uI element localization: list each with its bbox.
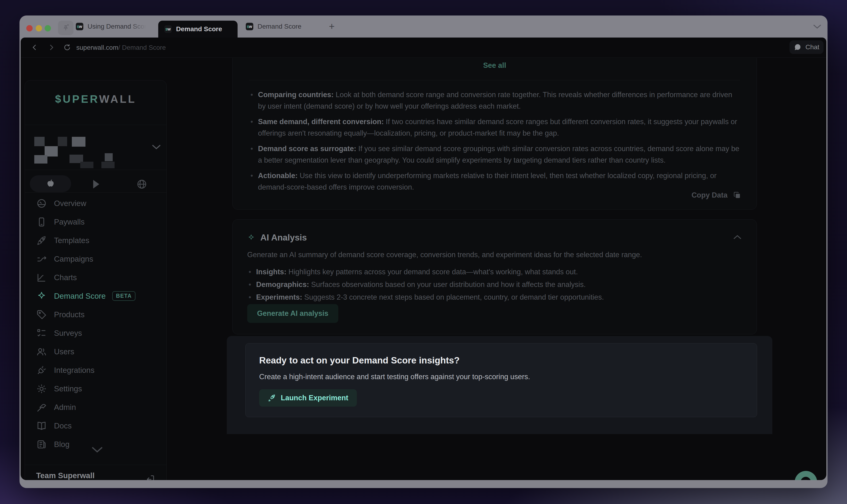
sidebar-item-products[interactable]: Products [25,305,166,324]
list-item: Actionable: Use this view to identify un… [249,170,740,193]
workspace-chevron-down-icon[interactable] [151,143,161,150]
list-item: Demographics: Surfaces observations base… [247,279,742,290]
sidebar-scroll-chevron-down-icon[interactable] [91,446,104,453]
collapse-chevron-up-icon[interactable] [733,234,742,240]
insights-bullet-list: Comparing countries: Look at both demand… [249,89,740,197]
sidebar-item-label: Docs [54,421,72,430]
tag-icon [36,309,47,320]
back-button[interactable] [31,43,39,52]
sidebar-item-admin[interactable]: Admin [25,398,166,416]
sidebar-item-label: Paywalls [54,217,85,227]
url-domain: superwall.com [76,44,118,51]
sidebar-nav: Overview Paywalls [25,194,166,453]
new-tab-button[interactable]: + [329,16,335,38]
chat-button[interactable]: Chat [790,40,824,54]
sidebar-item-integrations[interactable]: Integrations [25,361,166,379]
gear-icon [36,383,47,394]
sidebar-item-label: Surveys [54,329,82,338]
sidebar-item-users[interactable]: Users [25,342,166,361]
book-icon [36,420,47,431]
superwall-logo: $UPERWALL [25,93,166,105]
sidebar-item-label: Templates [54,236,89,245]
chat-bubble-icon [799,475,813,480]
phone-icon [36,217,47,227]
copy-data-button[interactable]: Copy Data [692,191,741,199]
sidebar-item-label: Settings [54,384,82,393]
hammer-icon [36,402,47,413]
users-icon [36,346,47,357]
launch-experiment-button[interactable]: Launch Experiment [259,389,357,407]
tab-title-fade [130,23,146,30]
plug-icon [36,365,47,376]
generate-ai-analysis-button[interactable]: Generate AI analysis [247,304,338,323]
sidebar-item-docs[interactable]: Docs [25,416,166,435]
sidebar-item-settings[interactable]: Settings [25,379,166,398]
platform-tab-android[interactable] [91,179,101,190]
ai-analysis-header: AI Analysis [247,233,742,242]
logout-icon[interactable] [144,474,155,480]
sparkle-icon [247,234,255,242]
tab-demand-score-2[interactable]: $W Demand Score [246,16,301,38]
sidebar-item-overview[interactable]: Overview [25,194,166,213]
tab-demand-score-active[interactable]: $W Demand Score [158,21,237,38]
callout-heading: Ready to act on your Demand Score insigh… [259,355,743,365]
sidebar-item-surveys[interactable]: Surveys [25,324,166,342]
forward-button[interactable] [47,43,55,52]
page-demand-score: $UPERWALL [21,58,826,480]
sidebar-item-label: Demand Score [54,292,106,301]
sidebar-item-label: Charts [54,273,77,282]
sidebar-item-charts[interactable]: Charts [25,268,166,287]
sidebar-item-label: Overview [54,199,86,208]
list-item: Comparing countries: Look at both demand… [249,89,740,112]
sidebar-item-paywalls[interactable]: Paywalls [25,213,166,231]
ai-analysis-description: Generate an AI summary of demand score c… [247,251,742,259]
zoom-window-button[interactable] [45,25,51,32]
support-chat-fab[interactable] [795,471,817,480]
superwall-favicon: $W [246,23,253,30]
browser-content: superwall.com / Demand Score Chat $UPERW… [21,38,826,480]
desktop: $W Using Demand Score i $W Demand Score … [0,0,847,504]
split-arrow-icon [36,254,47,265]
newspaper-icon [36,439,47,450]
pin-tab-button[interactable] [58,21,73,35]
chart-line-icon [36,272,47,283]
tab-title: Demand Score [258,23,301,30]
address-bar[interactable]: superwall.com / Demand Score [76,38,166,58]
sidebar-item-campaigns[interactable]: Campaigns [25,250,166,268]
minimize-window-button[interactable] [36,25,42,32]
workspace-name-redacted [34,137,119,163]
platform-tab-ios[interactable] [30,175,71,192]
tab-overflow-chevron-down-icon[interactable] [812,23,822,30]
chat-label: Chat [806,43,819,51]
superwall-favicon: $W [164,25,172,33]
tab-using-demand-score[interactable]: $W Using Demand Score i [76,16,146,38]
see-all-link[interactable]: See all [233,61,757,70]
apple-icon [45,178,56,190]
insights-card: See all Comparing countries: Look at bot… [232,58,757,210]
close-window-button[interactable] [26,25,33,32]
sidebar-item-label: Blog [54,440,70,449]
sidebar-item-label: Campaigns [54,255,93,264]
sidebar-item-label: Users [54,347,74,356]
checklist-icon [36,328,47,339]
sparkle-icon [36,291,47,302]
main-content: See all Comparing countries: Look at bot… [232,58,757,480]
platform-tab-web[interactable] [136,179,147,190]
gauge-icon [36,198,47,209]
sidebar-item-demand-score[interactable]: Demand Score BETA [25,287,166,305]
pin-icon [62,24,70,32]
beta-badge: BETA [112,291,136,301]
chat-bubble-icon [794,43,802,51]
sidebar-item-templates[interactable]: Templates [25,231,166,250]
sidebar-footer: Team Superwall team@superwall.me [25,465,166,480]
ai-bullet-list: Insights: Highlights key patterns across… [247,266,742,303]
refresh-button[interactable] [63,43,71,52]
launch-experiment-label: Launch Experiment [281,394,348,402]
tab-strip: $W Using Demand Score i $W Demand Score … [19,16,828,38]
browser-window: $W Using Demand Score i $W Demand Score … [19,16,828,488]
rocket-icon [268,394,276,402]
rocket-icon [36,235,47,246]
tab-title: Using Demand Score i [88,23,146,30]
sidebar-item-label: Products [54,310,85,319]
platform-switcher [25,174,166,195]
